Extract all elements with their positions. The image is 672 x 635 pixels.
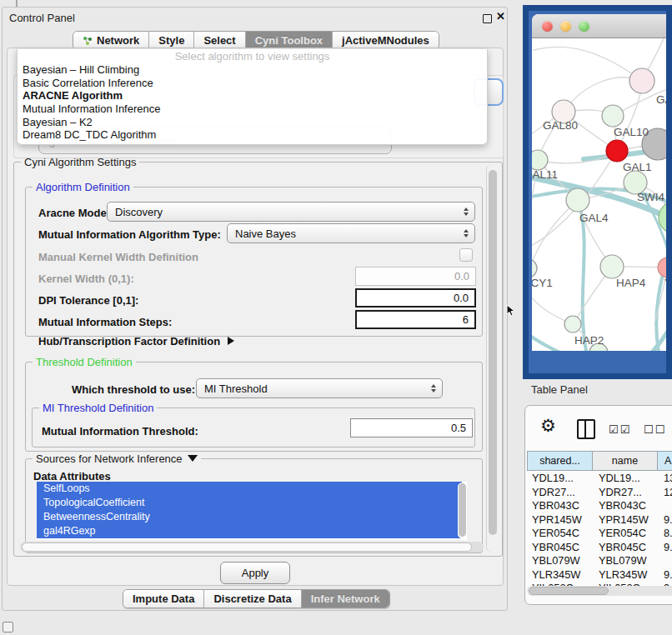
dpi-tolerance-label: DPI Tolerance [0,1]:: [38, 294, 138, 307]
tab-style[interactable]: Style: [149, 32, 194, 49]
table-row[interactable]: YPR145W YPR145W 9.: [527, 513, 672, 528]
data-attributes-label: Data Attributes: [33, 470, 111, 482]
table-row[interactable]: YDR27... YDR27... 12: [527, 486, 672, 500]
algorithm-options-list: Bayesian – Hill ClimbingBasic Correlatio…: [18, 63, 487, 142]
cell-shared-name: YDR27...: [527, 486, 593, 500]
split-columns-icon[interactable]: [577, 419, 595, 439]
table-panel-title: Table Panel: [531, 383, 588, 396]
table-row[interactable]: YBL079W YBL079W: [527, 554, 672, 568]
tab-impute-data-label: Impute Data: [133, 592, 194, 605]
mi-algorithm-type-combobox[interactable]: Naive Bayes: [227, 223, 475, 243]
cell-value: [658, 554, 672, 568]
table-row[interactable]: YBR043C YBR043C: [527, 499, 672, 513]
network-node[interactable]: [602, 105, 624, 127]
table-body: YDL19... YDL19... 13 YDR27... YDR27... 1…: [527, 472, 672, 596]
mi-steps-field[interactable]: 6: [355, 310, 476, 329]
data-attribute-item[interactable]: SelfLoops: [37, 482, 462, 496]
network-edge[interactable]: [532, 200, 578, 268]
tab-cyni-toolbox-label: Cyni Toolbox: [255, 34, 323, 47]
algorithm-option[interactable]: Dream8 DC_TDC Algorithm: [18, 128, 487, 142]
control-panel-title: Control Panel: [9, 12, 75, 24]
network-node[interactable]: [600, 255, 624, 278]
network-edge[interactable]: [538, 151, 617, 163]
attributes-scrollbar-thumb[interactable]: [459, 483, 466, 537]
network-node[interactable]: [606, 140, 628, 162]
table-row[interactable]: YDL19... YDL19... 13: [527, 472, 672, 486]
network-node[interactable]: [532, 259, 537, 278]
aracne-mode-combobox[interactable]: Discovery: [107, 202, 475, 222]
network-node-label: GAL: [656, 93, 672, 106]
tab-infer-network[interactable]: Infer Network: [302, 590, 389, 608]
cell-value: 9.: [658, 541, 672, 555]
sources-title[interactable]: Sources for Network Inference: [33, 452, 201, 465]
network-node[interactable]: [564, 316, 581, 332]
kernel-width-field[interactable]: 0.0: [355, 267, 476, 286]
table-row[interactable]: YER054C YER054C 8.: [527, 527, 672, 541]
data-attribute-item[interactable]: BetweennessCentrality: [37, 510, 462, 524]
table-row[interactable]: YLR345W YLR345W 9.: [527, 568, 672, 582]
tab-discretize-data[interactable]: Discretize Data: [204, 590, 301, 608]
network-edge[interactable]: [581, 212, 586, 351]
which-threshold-combobox[interactable]: MI Threshold: [196, 378, 443, 398]
tab-style-label: Style: [158, 34, 184, 47]
close-icon[interactable]: ✕: [496, 10, 505, 22]
settings-hscrollbar[interactable]: [20, 542, 484, 552]
checked-boxes-icon[interactable]: ☑☑: [609, 423, 631, 436]
network-edge[interactable]: [620, 320, 672, 351]
data-attribute-item[interactable]: gal4RGexp: [37, 524, 462, 538]
hub-transcription-factor-expander[interactable]: Hub/Transcription Factor Definition: [38, 335, 234, 348]
manual-kernel-width-checkbox[interactable]: [459, 248, 473, 262]
collapse-down-icon: [188, 455, 198, 462]
column-header-name[interactable]: name: [593, 451, 658, 471]
data-attribute-item[interactable]: TopologicalCoefficient: [37, 496, 462, 510]
table-hscrollbar[interactable]: [527, 586, 672, 596]
tab-select[interactable]: Select: [194, 32, 245, 49]
float-window-icon[interactable]: [483, 14, 492, 23]
minimize-traffic-light-icon[interactable]: [560, 21, 571, 32]
algorithm-option[interactable]: Bayesian – Hill Climbing: [18, 63, 487, 77]
settings-scrollbar-thumb[interactable]: [489, 170, 497, 535]
tab-jactivemnodules[interactable]: jActiveMNodules: [333, 32, 439, 49]
tab-cyni-toolbox[interactable]: Cyni Toolbox: [246, 32, 333, 49]
algorithm-option[interactable]: Mutual Information Inference: [18, 102, 487, 116]
tab-impute-data[interactable]: Impute Data: [123, 590, 204, 608]
network-window-titlebar[interactable]: [532, 14, 672, 38]
network-node-label: HAP2: [574, 334, 604, 347]
cell-shared-name: YPR145W: [527, 513, 593, 528]
manual-kernel-width-label: Manual Kernel Width Definition: [38, 251, 198, 263]
table-hscrollbar-thumb[interactable]: [529, 587, 609, 595]
algorithm-option[interactable]: ARACNE Algorithm: [18, 89, 487, 102]
network-edge[interactable]: [642, 193, 672, 267]
attributes-scrollbar[interactable]: [458, 482, 467, 538]
column-header-shared-name[interactable]: shared...: [527, 451, 593, 471]
settings-scrollbar[interactable]: [486, 165, 499, 552]
mi-threshold-field[interactable]: 0.5: [350, 418, 473, 438]
algorithm-dropdown-placeholder: Select algorithm to view settings: [18, 50, 487, 63]
network-edge[interactable]: [534, 47, 642, 81]
settings-hscrollbar-thumb[interactable]: [22, 542, 472, 552]
network-canvas[interactable]: GALGAL80GAL10GAL1GAL11SWI4GAL4GCY1HAP4YH…: [532, 38, 672, 351]
table-row[interactable]: YBR045C YBR045C 9.: [527, 541, 672, 555]
network-node-label: Y: [664, 277, 672, 289]
network-node[interactable]: [629, 68, 654, 93]
column-header-third[interactable]: A: [658, 451, 672, 471]
close-traffic-light-icon[interactable]: [542, 21, 553, 32]
network-node[interactable]: [658, 258, 672, 278]
tab-select-label: Select: [203, 34, 235, 47]
network-node[interactable]: [532, 150, 548, 170]
cell-name: YPR145W: [593, 513, 658, 528]
aracne-mode-label: Aracne Mode:: [38, 207, 110, 219]
tab-network[interactable]: Network: [73, 32, 149, 49]
dpi-tolerance-field[interactable]: 0.0: [355, 288, 476, 308]
zoom-traffic-light-icon[interactable]: [579, 21, 589, 32]
minimized-panel-icon[interactable]: [3, 622, 13, 632]
algorithm-option[interactable]: Basic Correlation Inference: [18, 77, 487, 90]
apply-button[interactable]: Apply: [220, 562, 290, 584]
network-node[interactable]: [566, 188, 589, 212]
network-node-label: GAL10: [614, 126, 649, 138]
cyni-toolbox-panel: Inference Algorithm gal-filtered sif def…: [7, 48, 504, 586]
algorithm-option[interactable]: Bayesian – K2: [18, 116, 487, 129]
unchecked-boxes-icon[interactable]: ☐☐: [644, 423, 666, 436]
algorithm-dropdown-popup: Select algorithm to view settings Bayesi…: [17, 49, 488, 145]
gear-icon[interactable]: ⚙: [540, 416, 556, 436]
